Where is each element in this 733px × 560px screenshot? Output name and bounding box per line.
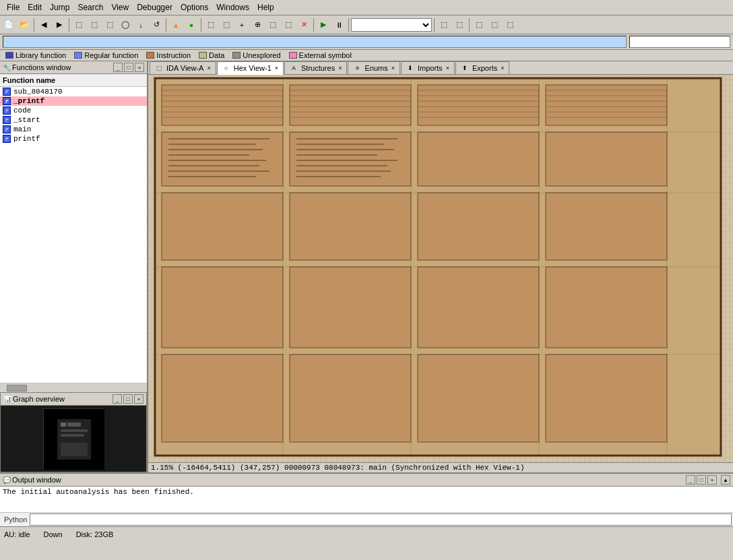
tab-ida-view[interactable]: ⬚ IDA View-A × bbox=[150, 61, 216, 74]
tab-exports-close[interactable]: × bbox=[500, 65, 505, 71]
graph-status-bar: 1.15% (-16464,5411) (347,257) 00000973 0… bbox=[148, 462, 733, 472]
tab-enums[interactable]: ≡ Enums × bbox=[348, 61, 400, 74]
output-scroll-up[interactable]: ▲ bbox=[721, 475, 730, 485]
btn2[interactable]: ⬚ bbox=[87, 18, 102, 32]
func-start[interactable]: f _start bbox=[0, 115, 147, 125]
func-main[interactable]: f main bbox=[0, 125, 147, 134]
menu-file[interactable]: File bbox=[3, 1, 24, 13]
func-printf[interactable]: f printf bbox=[0, 134, 147, 144]
func-icon: f bbox=[3, 88, 11, 96]
btn9[interactable]: ⬚ bbox=[203, 18, 218, 32]
func-sub8048170[interactable]: f sub_8048170 bbox=[0, 87, 147, 96]
functions-restore-btn[interactable]: □ bbox=[124, 63, 133, 72]
btn14[interactable]: ⬚ bbox=[281, 18, 296, 32]
menu-options[interactable]: Options bbox=[177, 1, 212, 13]
output-text: The initial autoanalysis has been finish… bbox=[3, 488, 194, 496]
tab-imports-close[interactable]: × bbox=[445, 65, 450, 71]
tab-hex-close[interactable]: × bbox=[274, 65, 279, 71]
func-printf-selected[interactable]: f _printf bbox=[0, 96, 147, 106]
tab-struct-close[interactable]: × bbox=[338, 65, 342, 71]
overview-minimap[interactable] bbox=[43, 408, 104, 469]
tab-structures[interactable]: A Structures × bbox=[284, 61, 347, 74]
dbg-btn1[interactable]: ⬚ bbox=[437, 18, 451, 32]
btn10[interactable]: ⬚ bbox=[219, 18, 234, 32]
status-au: AU: idle bbox=[4, 530, 30, 538]
python-label: Python bbox=[1, 516, 30, 524]
overview-close-btn[interactable]: × bbox=[134, 394, 144, 404]
output-minimize-btn[interactable]: _ bbox=[686, 475, 695, 485]
dbg-btn2[interactable]: ⬚ bbox=[452, 18, 467, 32]
func-name: printf bbox=[13, 135, 40, 143]
functions-minimize-btn[interactable]: _ bbox=[113, 63, 123, 72]
nav-right-input[interactable] bbox=[629, 36, 730, 48]
graph-canvas[interactable] bbox=[148, 75, 733, 462]
func-icon: f bbox=[3, 97, 11, 105]
output-restore-btn[interactable]: □ bbox=[697, 475, 706, 485]
overview-content[interactable] bbox=[0, 405, 147, 472]
open-btn[interactable]: 📂 bbox=[17, 18, 32, 32]
pause-btn[interactable]: ⏸ bbox=[331, 18, 346, 32]
btn3[interactable]: ⬚ bbox=[102, 18, 117, 32]
functions-panel: 🔧 Functions window _ □ × Function name f… bbox=[0, 61, 148, 472]
debugger-select[interactable]: No debugger bbox=[351, 18, 432, 32]
nav-input[interactable] bbox=[3, 36, 627, 48]
graph-svg bbox=[148, 75, 733, 462]
btn11[interactable]: + bbox=[234, 18, 249, 32]
func-code[interactable]: f code bbox=[0, 106, 147, 115]
back-btn[interactable]: ◀ bbox=[36, 18, 51, 32]
svg-rect-54 bbox=[418, 354, 539, 442]
import-icon: ⬇ bbox=[406, 63, 415, 73]
output-content: The initial autoanalysis has been finish… bbox=[0, 487, 733, 512]
tab-exports[interactable]: ⬆ Exports × bbox=[455, 61, 510, 74]
functions-list[interactable]: f sub_8048170 f _printf f code f _start … bbox=[0, 87, 147, 383]
dbg-btn4[interactable]: ⬚ bbox=[487, 18, 502, 32]
menu-search[interactable]: Search bbox=[73, 1, 107, 13]
overview-minimize-btn[interactable]: _ bbox=[113, 394, 122, 404]
tab-imports[interactable]: ⬇ Imports × bbox=[401, 61, 455, 74]
tab-exports-label: Exports bbox=[472, 64, 497, 72]
functions-hscroll[interactable] bbox=[0, 383, 147, 392]
btn4[interactable]: ◯ bbox=[118, 18, 133, 32]
svg-rect-50 bbox=[418, 267, 539, 348]
menu-jump[interactable]: Jump bbox=[46, 1, 73, 13]
forward-btn[interactable]: ▶ bbox=[52, 18, 67, 32]
svg-rect-26 bbox=[418, 85, 539, 125]
run-btn[interactable]: ▶ bbox=[316, 18, 331, 32]
python-input[interactable] bbox=[30, 514, 732, 526]
status-bar: AU: idle Down Disk: 23GB bbox=[0, 526, 733, 541]
svg-rect-3 bbox=[67, 423, 81, 427]
dbg-btn5[interactable]: ⬚ bbox=[503, 18, 517, 32]
btn1[interactable]: ⬚ bbox=[71, 18, 86, 32]
func-icon: f bbox=[3, 106, 11, 115]
menu-windows[interactable]: Windows bbox=[212, 1, 253, 13]
functions-close-btn[interactable]: × bbox=[135, 63, 144, 72]
functions-hscroll-thumb[interactable] bbox=[7, 385, 27, 392]
output-close-btn[interactable]: × bbox=[707, 475, 717, 485]
btn7[interactable]: ▲ bbox=[168, 18, 183, 32]
legend-external-color bbox=[289, 52, 297, 59]
svg-rect-12 bbox=[162, 85, 283, 125]
tabs-bar: ⬚ IDA View-A × ○ Hex View-1 × A Structur… bbox=[148, 61, 733, 75]
func-name: code bbox=[13, 106, 31, 115]
menu-debugger[interactable]: Debugger bbox=[133, 1, 177, 13]
btn5[interactable]: ↓ bbox=[133, 18, 148, 32]
tab-hex-view[interactable]: ○ Hex View-1 × bbox=[217, 61, 284, 75]
btn6[interactable]: ↺ bbox=[149, 18, 164, 32]
hex-icon: ○ bbox=[222, 63, 231, 73]
dbg-btn3[interactable]: ⬚ bbox=[472, 18, 486, 32]
menu-help[interactable]: Help bbox=[253, 1, 278, 13]
overview-restore-btn[interactable]: □ bbox=[123, 394, 133, 404]
new-btn[interactable]: 📄 bbox=[1, 18, 16, 32]
btn12[interactable]: ⊕ bbox=[250, 18, 265, 32]
menu-edit[interactable]: Edit bbox=[24, 1, 46, 13]
right-panel: ⬚ IDA View-A × ○ Hex View-1 × A Structur… bbox=[148, 61, 733, 472]
tab-enums-close[interactable]: × bbox=[391, 65, 395, 71]
btn8[interactable]: ● bbox=[184, 18, 199, 32]
tab-ida-close[interactable]: × bbox=[206, 65, 211, 71]
menu-view[interactable]: View bbox=[107, 1, 133, 13]
menu-bar: File Edit Jump Search View Debugger Opti… bbox=[0, 0, 733, 15]
svg-rect-53 bbox=[290, 354, 411, 442]
stop-btn[interactable]: ✕ bbox=[296, 18, 311, 32]
btn13[interactable]: ⬚ bbox=[265, 18, 280, 32]
svg-rect-2 bbox=[61, 423, 66, 427]
